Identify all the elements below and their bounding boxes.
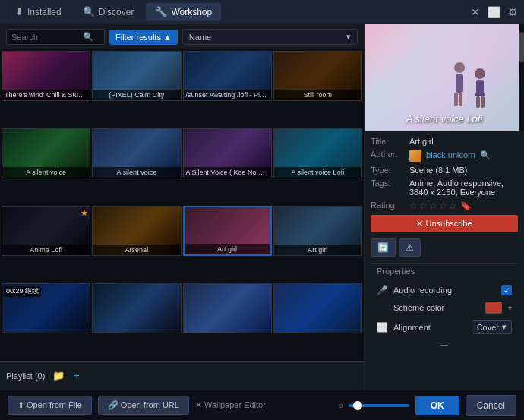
grid-item-15[interactable] (183, 283, 272, 333)
tab-workshop-label: Workshop (171, 7, 212, 17)
properties-expand-button[interactable]: — (440, 340, 448, 349)
sort-dropdown[interactable]: Name ▾ (182, 29, 358, 45)
grid-item-star-9: ★ (80, 208, 88, 218)
tags-label: Tags: (371, 178, 405, 188)
audio-icon: 🎤 (377, 285, 389, 295)
grid-item-1[interactable]: There's wind' Chill & Study [Animated][W… (2, 51, 90, 101)
grid-item-13[interactable]: 00:29 继续 (2, 283, 90, 333)
author-search-icon[interactable]: 🔍 (480, 150, 491, 159)
info-row-tags: Tags: Anime, Audio responsive, 3840 x 21… (371, 178, 518, 197)
playlist-folder-button[interactable]: 📁 (51, 370, 66, 381)
discover-icon: 🔍 (83, 6, 95, 17)
preview-area: A silent voice Lofi (365, 24, 524, 131)
info-row-title: Title: Art girl (371, 137, 518, 146)
preview-scrollbar[interactable] (519, 24, 524, 131)
open-url-button[interactable]: 🔗 Open from URL (98, 396, 189, 415)
wallpaper-editor-label: ✕ Wallpaper Editor (195, 400, 266, 410)
grid-item-8[interactable]: A silent voice Lofi (273, 128, 362, 178)
grid-item-12[interactable]: Art girl (273, 206, 362, 256)
star-4[interactable]: ☆ (439, 201, 447, 211)
type-value: Scene (8.1 MB) (409, 166, 518, 175)
grid-item-9[interactable]: Anime Lofi★ (2, 206, 90, 256)
workshop-icon: 🔧 (155, 6, 167, 17)
star-2[interactable]: ☆ (419, 201, 428, 211)
grid-item-16[interactable] (273, 283, 362, 333)
grid-item-label-8: A silent voice Lofi (274, 167, 361, 178)
svg-point-4 (475, 68, 485, 79)
zoom-slider[interactable] (349, 404, 409, 407)
tab-workshop[interactable]: 🔧 Workshop (146, 3, 221, 21)
grid-item-10[interactable]: Arsenal (92, 206, 181, 256)
grid-item-label-3: /sunset Awaiting /lofi - Pixel art (184, 90, 271, 100)
star-1[interactable]: ☆ (409, 201, 418, 211)
grid-item-3[interactable]: /sunset Awaiting /lofi - Pixel art (183, 51, 272, 101)
scheme-color-swatch[interactable] (485, 302, 502, 314)
nav-actions: ✕ ⬜ ⚙ (471, 6, 518, 18)
star-5[interactable]: ☆ (449, 201, 457, 211)
grid-item-7[interactable]: A Silent Voice ( Koe No Katachi ) (183, 128, 272, 178)
search-box: 🔍 (6, 29, 105, 45)
svg-rect-3 (459, 93, 462, 106)
cancel-button[interactable]: Cancel (466, 395, 516, 416)
playlist-label: Playlist (0) (6, 371, 45, 381)
top-nav: ⬇ Installed 🔍 Discover 🔧 Workshop ✕ ⬜ ⚙ (0, 0, 524, 24)
tab-installed[interactable]: ⬇ Installed (6, 3, 71, 21)
info-row-type: Type: Scene (8.1 MB) (371, 166, 518, 175)
grid-item-2[interactable]: (PIXEL) Calm City (92, 51, 181, 101)
sort-arrow-icon: ▾ (346, 32, 351, 42)
tab-discover[interactable]: 🔍 Discover (74, 3, 144, 21)
author-name[interactable]: black unicorn (426, 150, 475, 159)
title-value: Art girl (409, 137, 518, 146)
wallpaper-grid: There's wind' Chill & Study [Animated][W… (0, 49, 364, 361)
grid-item-label-12: Art girl (274, 245, 361, 255)
warning-button[interactable]: ⚠ (399, 238, 421, 257)
properties-header: Properties (371, 263, 518, 279)
grid-item-label-7: A Silent Voice ( Koe No Katachi ) (184, 167, 271, 178)
close-btn[interactable]: ✕ (471, 6, 480, 18)
grid-item-4[interactable]: Still room (273, 51, 362, 101)
grid-item-6[interactable]: A silent voice (92, 128, 181, 178)
grid-item-11[interactable]: Art girl (183, 206, 272, 256)
grid-item-14[interactable] (92, 283, 181, 333)
rating-label: Rating (371, 201, 405, 210)
audio-label: Audio recording (393, 286, 497, 295)
grid-item-label-2: (PIXEL) Calm City (93, 90, 180, 100)
scheme-dropdown-arrow[interactable]: ▾ (508, 304, 512, 312)
grid-item-label-10: Arsenal (93, 245, 180, 255)
star-3[interactable]: ☆ (429, 201, 437, 211)
title-label: Title: (371, 137, 405, 146)
footer-bar: ⬆ Open from File 🔗 Open from URL ✕ Wallp… (0, 390, 524, 420)
open-file-button[interactable]: ⬆ Open from File (8, 396, 92, 415)
tags-value: Anime, Audio responsive, 3840 x 2160, Ev… (409, 178, 518, 197)
tab-installed-label: Installed (27, 7, 62, 17)
preview-title-overlay: A silent voice Lofi (365, 113, 524, 125)
grid-item-label-5: A silent voice (2, 167, 90, 178)
unsubscribe-button[interactable]: ✕ Unsubscribe (371, 215, 518, 232)
monitor-btn[interactable]: ⬜ (488, 6, 500, 18)
filter-results-button[interactable]: Filter results ▲ (109, 30, 178, 45)
settings-btn[interactable]: ⚙ (508, 6, 518, 18)
right-panel: A silent voice Lofi Title: Art girl Auth… (365, 24, 524, 390)
grid-item-label-1: There's wind' Chill & Study [Animated][W… (2, 90, 90, 100)
ok-button[interactable]: OK (415, 396, 459, 415)
installed-icon: ⬇ (15, 6, 24, 17)
svg-rect-1 (456, 74, 463, 93)
slider-thumb[interactable] (353, 401, 362, 410)
search-input[interactable] (11, 33, 80, 42)
alignment-icon: ⬜ (377, 322, 389, 333)
svg-rect-7 (476, 96, 480, 108)
alignment-dropdown[interactable]: Cover ▾ (472, 320, 512, 334)
refresh-button[interactable]: 🔄 (371, 238, 396, 257)
checkbox-check-icon: ✓ (503, 286, 510, 295)
bookmark-icon[interactable]: 🔖 (460, 201, 472, 211)
audio-checkbox[interactable]: ✓ (501, 285, 512, 295)
playlist-add-button[interactable]: + (72, 370, 81, 381)
type-label: Type: (371, 166, 405, 175)
stars-container: ☆ ☆ ☆ ☆ ☆ 🔖 (409, 201, 472, 211)
svg-point-0 (454, 62, 465, 73)
info-row-author: Author: black unicorn 🔍 (371, 150, 518, 162)
slider-area: ○ (338, 400, 409, 411)
info-section: Title: Art girl Author: black unicorn 🔍 … (365, 131, 524, 390)
grid-item-5[interactable]: A silent voice (2, 128, 90, 178)
grid-item-label-11: Art girl (185, 244, 270, 254)
